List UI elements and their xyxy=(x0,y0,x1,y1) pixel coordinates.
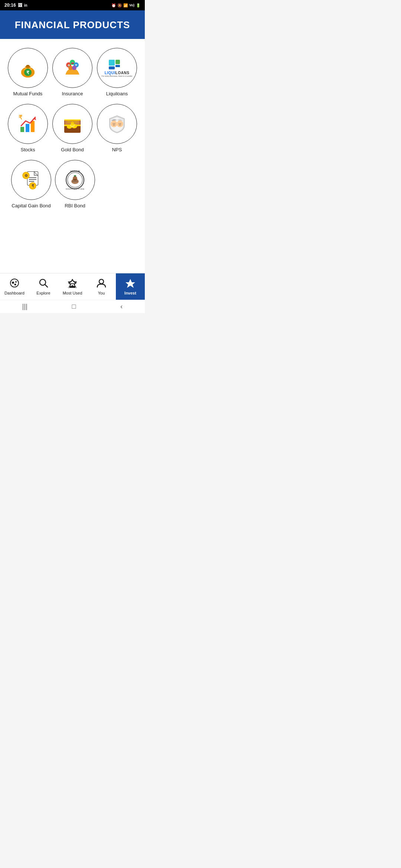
svg-rect-20 xyxy=(31,121,35,132)
product-rbi-bond[interactable]: भारतीय रिजर्व बैंक RESERVE BANK OF INDIA… xyxy=(55,160,95,208)
product-capital-gain-bond[interactable]: ⚙ ₹ Capital Gain Bond xyxy=(11,160,51,208)
bottom-navigation: Dashboard Explore Most Used xyxy=(0,273,145,300)
insurance-circle: 🏠 🚗 ❤ xyxy=(52,48,92,88)
sys-nav-menu[interactable]: ||| xyxy=(22,303,27,310)
svg-rect-15 xyxy=(115,60,120,64)
alarm-icon: ⏰ xyxy=(111,3,116,7)
dashboard-label: Dashboard xyxy=(4,291,25,295)
svg-text:भारतीय रिजर्व बैंक: भारतीय रिजर्व बैंक xyxy=(70,170,80,172)
svg-point-41 xyxy=(120,123,121,124)
invest-label: Invest xyxy=(124,291,136,295)
products-grid-row1: ₹ Mutual Funds xyxy=(7,48,137,152)
svg-line-65 xyxy=(45,285,48,287)
capital-gain-bond-label: Capital Gain Bond xyxy=(12,203,51,208)
nps-icon xyxy=(106,113,128,135)
sys-nav-back[interactable]: ‹ xyxy=(120,303,123,310)
capital-gain-bond-circle: ⚙ ₹ xyxy=(11,160,51,200)
sys-nav-home[interactable]: □ xyxy=(72,303,76,310)
stocks-icon: ₹ xyxy=(17,113,39,135)
svg-rect-17 xyxy=(109,66,115,69)
nav-invest[interactable]: Invest xyxy=(116,273,145,300)
insurance-label: Insurance xyxy=(62,91,83,96)
mutual-funds-circle: ₹ xyxy=(8,48,48,88)
svg-rect-18 xyxy=(20,127,24,132)
capital-gain-bond-icon: ⚙ ₹ xyxy=(20,169,42,191)
svg-point-39 xyxy=(114,123,115,124)
page-header: FINANCIAL PRODUCTS xyxy=(0,10,145,39)
you-label: You xyxy=(98,291,105,295)
product-gold-bond[interactable]: Gold Bond xyxy=(52,104,93,152)
svg-text:⚙: ⚙ xyxy=(25,174,28,178)
nav-most-used[interactable]: Most Used xyxy=(58,273,87,300)
liquiloans-icon xyxy=(108,59,126,71)
explore-icon xyxy=(39,278,48,289)
stocks-label: Stocks xyxy=(20,147,35,152)
linkedin-icon: in xyxy=(24,3,27,7)
stocks-circle: ₹ xyxy=(8,104,48,144)
gold-bond-icon xyxy=(61,113,84,135)
svg-point-61 xyxy=(12,282,14,284)
rbi-bond-icon: भारतीय रिजर्व बैंक RESERVE BANK OF INDIA xyxy=(64,169,86,191)
status-right: ⏰ 🔕 📶 Vo) 🔋 xyxy=(111,3,140,7)
rbi-bond-label: RBI Bond xyxy=(65,203,85,208)
signal-icon: Vo) xyxy=(129,3,134,7)
rbi-bond-circle: भारतीय रिजर्व बैंक RESERVE BANK OF INDIA xyxy=(55,160,95,200)
image-icon: 🖼 xyxy=(18,3,22,8)
svg-rect-14 xyxy=(109,60,115,66)
dashboard-icon xyxy=(10,278,19,289)
svg-rect-5 xyxy=(26,65,29,66)
svg-point-62 xyxy=(15,281,17,283)
liquiloans-text: LIQUILOANS xyxy=(105,71,130,75)
mutual-funds-icon: ₹ xyxy=(17,57,39,79)
mute-icon: 🔕 xyxy=(117,3,122,7)
invest-icon xyxy=(125,278,135,289)
svg-marker-69 xyxy=(125,279,135,288)
svg-text:₹: ₹ xyxy=(19,114,23,121)
product-liquiloans[interactable]: LIQUILOANS For every Borrower, there is … xyxy=(97,48,137,96)
product-mutual-funds[interactable]: ₹ Mutual Funds xyxy=(7,48,48,96)
product-insurance[interactable]: 🏠 🚗 ❤ Insurance xyxy=(52,48,93,96)
most-used-label: Most Used xyxy=(63,291,82,295)
svg-point-35 xyxy=(112,120,116,124)
svg-point-37 xyxy=(118,120,122,124)
svg-point-40 xyxy=(119,123,120,124)
svg-point-33 xyxy=(67,120,78,124)
explore-label: Explore xyxy=(36,291,50,295)
svg-rect-67 xyxy=(72,285,73,287)
liquiloans-label: Liquiloans xyxy=(106,91,128,96)
svg-text:₹: ₹ xyxy=(26,70,29,75)
you-icon xyxy=(97,278,106,289)
battery-icon: 🔋 xyxy=(136,3,140,7)
liquiloans-logo: LIQUILOANS For every Borrower, there is … xyxy=(102,59,133,77)
svg-text:🏠: 🏠 xyxy=(67,63,71,67)
svg-point-68 xyxy=(99,279,104,284)
mutual-funds-label: Mutual Funds xyxy=(13,91,43,96)
insurance-icon: 🏠 🚗 ❤ xyxy=(61,57,84,79)
svg-rect-19 xyxy=(26,124,29,132)
status-left: 20:16 🖼 in xyxy=(4,3,27,8)
gold-bond-circle xyxy=(52,104,92,144)
products-grid-row3: ⚙ ₹ Capital Gain Bond xyxy=(7,160,137,208)
svg-point-38 xyxy=(113,123,114,124)
time: 20:16 xyxy=(4,3,16,8)
main-content: ₹ Mutual Funds xyxy=(0,39,145,273)
liquiloans-tagline: For every Borrower, there is a Lender xyxy=(102,75,133,77)
liquiloans-circle: LIQUILOANS For every Borrower, there is … xyxy=(97,48,137,88)
svg-point-63 xyxy=(14,283,16,285)
nps-label: NPS xyxy=(112,147,122,152)
product-stocks[interactable]: ₹ Stocks xyxy=(7,104,48,152)
gold-bond-label: Gold Bond xyxy=(61,147,84,152)
nav-you[interactable]: You xyxy=(87,273,116,300)
svg-rect-16 xyxy=(115,65,120,67)
nps-circle xyxy=(97,104,137,144)
svg-text:❤: ❤ xyxy=(75,64,77,66)
product-nps[interactable]: NPS xyxy=(97,104,137,152)
wifi-icon: 📶 xyxy=(123,3,128,7)
svg-text:RESERVE BANK OF INDIA: RESERVE BANK OF INDIA xyxy=(66,188,84,190)
page-title: FINANCIAL PRODUCTS xyxy=(7,19,137,31)
nav-explore[interactable]: Explore xyxy=(29,273,58,300)
nav-dashboard[interactable]: Dashboard xyxy=(0,273,29,300)
svg-point-60 xyxy=(10,279,19,287)
svg-rect-32 xyxy=(71,123,74,126)
system-nav: ||| □ ‹ xyxy=(0,300,145,313)
